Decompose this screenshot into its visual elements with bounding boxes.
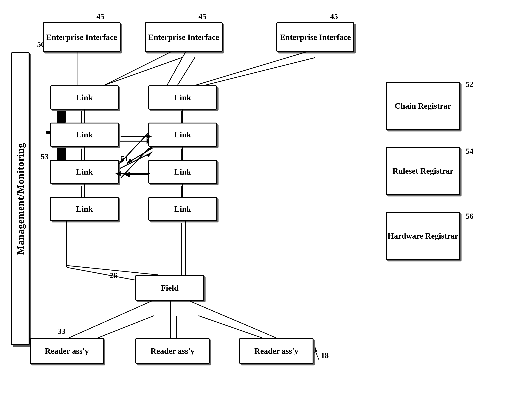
enterprise-interface-1: Enterprise Interface (43, 22, 121, 52)
label-54: 54 (466, 147, 473, 156)
mgmt-label: Management/Monitoring (15, 143, 26, 255)
svg-line-1 (98, 58, 182, 87)
label-52: 52 (466, 80, 473, 89)
label-26: 26 (109, 271, 117, 280)
svg-marker-17 (146, 151, 153, 157)
svg-line-16 (115, 154, 148, 171)
label-53: 53 (41, 152, 49, 161)
svg-line-3 (197, 58, 315, 87)
svg-line-41 (121, 148, 148, 178)
label-51: 51 (121, 154, 128, 163)
label-56: 56 (466, 212, 473, 221)
ruleset-registrar-box: Ruleset Registrar (386, 147, 460, 195)
mgmt-monitoring-bar: Management/Monitoring (11, 52, 30, 345)
label-45c: 45 (330, 12, 338, 21)
svg-line-27 (167, 52, 185, 85)
svg-line-47 (69, 301, 152, 338)
link-col2-row1: Link (148, 85, 217, 109)
diagram: Management/Monitoring 50 Enterprise Inte… (0, 0, 532, 405)
svg-line-49 (189, 301, 276, 338)
svg-line-14 (130, 145, 158, 162)
chain-registrar-box: Chain Registrar (386, 82, 460, 130)
reader-assy-right: Reader ass'y (239, 338, 314, 364)
field-box: Field (135, 275, 204, 301)
hardware-registrar-box: Hardware Registrar (386, 212, 460, 260)
svg-line-28 (195, 52, 306, 85)
link-col2-row2: Link (148, 122, 217, 147)
svg-line-51 (315, 351, 319, 360)
link-col2-row4: Link (148, 197, 217, 221)
link-col1-row4: Link (50, 197, 119, 221)
svg-line-2 (176, 58, 195, 87)
reader-assy-left: Reader ass'y (30, 338, 104, 364)
svg-marker-13 (124, 172, 130, 177)
label-33: 33 (58, 327, 65, 336)
enterprise-interface-3: Enterprise Interface (276, 22, 354, 52)
label-45b: 45 (198, 12, 206, 21)
label-18: 18 (321, 351, 329, 360)
svg-line-26 (104, 52, 171, 85)
svg-marker-52 (315, 347, 317, 353)
enterprise-interface-2: Enterprise Interface (145, 22, 223, 52)
label-45a: 45 (97, 12, 104, 21)
link-col1-row3: Link (50, 160, 119, 184)
link-col2-row3: Link (148, 160, 217, 184)
reader-assy-center: Reader ass'y (135, 338, 210, 364)
link-col1-row2: Link (50, 122, 119, 147)
link-col1-row1: Link (50, 85, 119, 109)
